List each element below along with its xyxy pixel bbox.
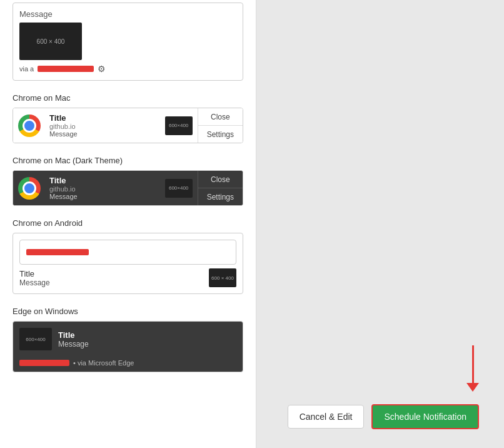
schedule-notification-button[interactable]: Schedule Notification [371, 404, 479, 429]
chrome-mac-domain: github.io [49, 123, 156, 130]
chrome-icon-light [13, 108, 46, 143]
chrome-android-card: Title Message 600 × 400 [13, 233, 243, 294]
edge-redacted-bar [19, 360, 69, 366]
chrome-logo-light [18, 115, 41, 137]
top-image-placeholder: 600 × 400 [19, 23, 82, 60]
chrome-mac-title: Title [49, 113, 156, 123]
top-via-text: via a [19, 65, 34, 73]
android-redacted-top [19, 240, 236, 265]
chrome-mac-label: Chrome on Mac [13, 93, 243, 103]
android-redacted-bar [26, 249, 89, 255]
left-panel: Message 600 × 400 via a ⚙ Chrome on Mac … [0, 0, 256, 448]
right-panel: Cancel & Edit Schedule Notification [256, 0, 504, 448]
chrome-mac-dark-domain: github.io [49, 185, 156, 193]
edge-title: Title [58, 330, 89, 340]
gear-icon[interactable]: ⚙ [98, 64, 106, 74]
chrome-mac-dark-thumb: 600×400 [160, 171, 198, 205]
top-redacted-bar [38, 66, 94, 72]
chrome-logo-dark [18, 177, 41, 200]
edge-thumb-img: 600×400 [19, 328, 52, 350]
edge-windows-label: Edge on Windows [13, 307, 243, 316]
chrome-mac-dark-close-btn[interactable]: Close [198, 171, 243, 188]
edge-via-text: • via Microsoft Edge [73, 359, 134, 367]
android-title: Title [19, 269, 50, 278]
arrow-indicator [466, 345, 479, 392]
chrome-mac-thumb-img: 600×400 [165, 116, 193, 135]
chrome-android-label: Chrome on Android [13, 218, 243, 228]
bottom-bar: Cancel & Edit Schedule Notification [256, 404, 491, 429]
chrome-mac-actions: Close Settings [198, 108, 243, 143]
arrow-head [466, 383, 479, 392]
edge-card: 600×400 Title Message • via Microsoft Ed… [13, 321, 243, 372]
chrome-mac-thumb: 600×400 [160, 108, 198, 143]
edge-info: Title Message [58, 330, 89, 349]
edge-inner: 600×400 Title Message [13, 322, 243, 357]
edge-message: Message [58, 340, 89, 349]
chrome-mac-dark-label: Chrome on Mac (Dark Theme) [13, 156, 243, 165]
chrome-mac-dark-message: Message [49, 193, 156, 200]
edge-footer: • via Microsoft Edge [13, 357, 243, 372]
chrome-mac-dark-card: Title github.io Message 600×400 Close Se… [13, 170, 243, 206]
chrome-mac-dark-info: Title github.io Message [46, 171, 160, 205]
arrow-line [472, 345, 474, 383]
chrome-mac-dark-title: Title [49, 176, 156, 185]
top-message-label: Message [19, 9, 236, 19]
top-via-row: via a ⚙ [19, 64, 236, 74]
chrome-mac-dark-actions: Close Settings [198, 171, 243, 205]
top-card: Message 600 × 400 via a ⚙ [13, 3, 243, 81]
chrome-mac-settings-btn[interactable]: Settings [198, 126, 243, 143]
chrome-mac-close-btn[interactable]: Close [198, 108, 243, 126]
chrome-mac-dark-thumb-img: 600×400 [165, 179, 193, 198]
chrome-mac-message: Message [49, 130, 156, 138]
chrome-mac-dark-settings-btn[interactable]: Settings [198, 188, 243, 205]
android-info: Title Message [19, 269, 50, 287]
android-thumb: 600 × 400 [209, 268, 236, 287]
chrome-mac-card: Title github.io Message 600×400 Close Se… [13, 108, 243, 143]
android-message: Message [19, 278, 50, 287]
cancel-edit-button[interactable]: Cancel & Edit [288, 405, 365, 429]
android-row: Title Message 600 × 400 [19, 268, 236, 287]
chrome-icon-dark [13, 171, 46, 205]
chrome-mac-info: Title github.io Message [46, 108, 160, 143]
